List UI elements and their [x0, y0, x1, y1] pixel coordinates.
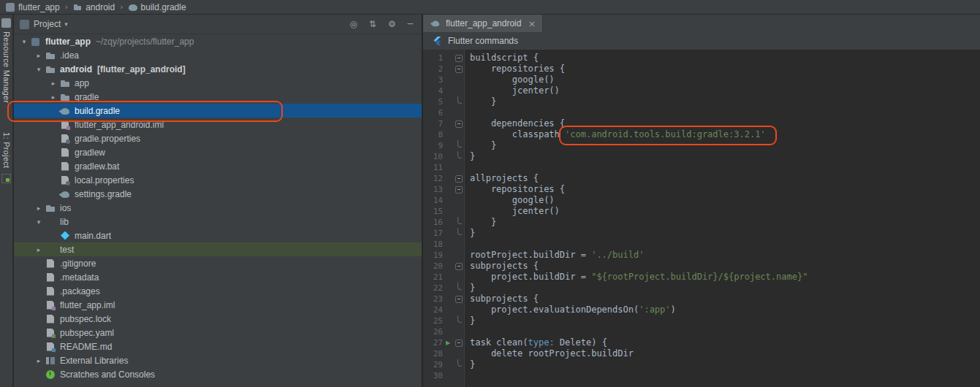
code-line-5[interactable]: 5 } [423, 96, 980, 107]
code-line-10[interactable]: 10} [423, 151, 980, 162]
fold-icon[interactable] [453, 173, 465, 184]
code-line-17[interactable]: 17} [423, 228, 980, 239]
folder-blue-icon [45, 216, 56, 228]
chevron-right-icon[interactable]: ▸ [33, 52, 45, 59]
code-line-7[interactable]: 7 dependencies { [423, 118, 980, 129]
tree-item-test[interactable]: ▸test [14, 242, 422, 256]
code-line-24[interactable]: 24 project.evaluationDependsOn(':app') [423, 304, 980, 315]
tree-item-local-properties[interactable]: local.properties [14, 173, 422, 187]
tree-item-flutter-app-iml[interactable]: flutter_app.iml [14, 298, 422, 312]
stripe-button-project[interactable]: 1: Project [2, 132, 11, 168]
code-line-11[interactable]: 11 [423, 162, 980, 173]
code-line-2[interactable]: 2 repositories { [423, 64, 980, 74]
code-line-23[interactable]: 23subprojects { [423, 294, 980, 304]
code-line-14[interactable]: 14 google() [423, 195, 980, 206]
tree-item-external-libraries[interactable]: ▸External Libraries [14, 353, 422, 367]
code-text: project.buildDir = "${rootProject.buildD… [465, 272, 808, 283]
chevron-down-icon[interactable]: ▾ [18, 38, 30, 45]
tree-item-metadata[interactable]: .metadata [14, 270, 422, 284]
code-line-4[interactable]: 4 jcenter() [423, 85, 980, 96]
tree-item-flutter-app[interactable]: ▾flutter_app~/zqy/projects/flutter_app [14, 34, 422, 48]
tree-item-settings-gradle[interactable]: settings.gradle [14, 187, 422, 201]
tree-item-gradlew[interactable]: gradlew [14, 145, 422, 159]
code-line-8[interactable]: 8 classpath 'com.android.tools.build:gra… [423, 129, 980, 140]
project-tool-window-icon[interactable] [1, 174, 11, 183]
code-line-1[interactable]: 1buildscript { [423, 53, 980, 64]
code-editor[interactable]: 1buildscript {2 repositories {3 google()… [423, 50, 980, 387]
gradle-icon [430, 18, 441, 28]
tree-item-scratches-and-consoles[interactable]: Scratches and Consoles [14, 367, 422, 381]
code-line-29[interactable]: 29} [423, 359, 980, 370]
tree-item-gradle-properties[interactable]: gradle.properties [14, 131, 422, 145]
fold-icon[interactable] [453, 337, 465, 348]
chevron-right-icon[interactable]: ▸ [33, 246, 45, 253]
line-number: 22 [423, 283, 443, 294]
code-line-15[interactable]: 15 jcenter() [423, 206, 980, 217]
code-line-28[interactable]: 28 delete rootProject.buildDir [423, 348, 980, 359]
run-icon[interactable]: ▶ [443, 337, 453, 348]
flutter-icon [432, 36, 442, 46]
collapse-all-icon[interactable]: ⇅ [369, 19, 376, 29]
tree-item-gitignore[interactable]: .gitignore [14, 256, 422, 270]
breadcrumb-item-flutter-app[interactable]: flutter_app [6, 2, 60, 12]
fold-icon[interactable] [453, 184, 465, 195]
tree-item-readme-md[interactable]: README.md [14, 340, 422, 353]
stripe-button-resource-manager[interactable]: Resource Manager [2, 31, 11, 103]
fold-icon[interactable] [453, 64, 465, 74]
chevron-right-icon[interactable]: ▸ [33, 204, 45, 212]
breadcrumb-label: android [86, 2, 115, 12]
code-line-16[interactable]: 16 } [423, 217, 980, 228]
file-icon [45, 313, 56, 325]
tree-item-gradle[interactable]: ▸gradle [14, 90, 422, 104]
tree-item-packages[interactable]: .packages [14, 284, 422, 298]
chevron-down-icon[interactable]: ▾ [33, 66, 45, 73]
code-line-18[interactable]: 18 [423, 239, 980, 250]
hide-panel-icon[interactable]: ─ [408, 19, 413, 29]
breadcrumb-item-android[interactable]: android [73, 2, 115, 12]
fold-icon[interactable] [453, 118, 465, 129]
chevron-down-icon[interactable]: ▾ [64, 20, 68, 28]
tree-item-flutter-app-android-iml[interactable]: flutter_app_android.iml [14, 118, 422, 131]
code-text: google() [465, 195, 555, 206]
chevron-right-icon[interactable]: ▸ [48, 80, 59, 87]
chevron-down-icon[interactable]: ▾ [33, 218, 45, 226]
fold-end-icon [453, 283, 465, 294]
tree-item-idea[interactable]: ▸.idea [14, 48, 422, 62]
close-icon[interactable]: × [528, 18, 536, 29]
code-line-20[interactable]: 20subprojects { [423, 261, 980, 272]
tree-item-app[interactable]: ▸app [14, 76, 422, 90]
code-line-21[interactable]: 21 project.buildDir = "${rootProject.bui… [423, 272, 980, 283]
fold-icon[interactable] [453, 53, 465, 64]
gutter-spacer [453, 129, 465, 140]
line-number: 3 [423, 74, 443, 85]
locate-file-icon[interactable]: ◎ [349, 19, 357, 29]
code-line-27[interactable]: 27▶task clean(type: Delete) { [423, 337, 980, 348]
project-view-selector[interactable]: Project [34, 19, 61, 29]
chevron-right-icon[interactable]: ▸ [33, 357, 45, 364]
code-line-6[interactable]: 6 [423, 107, 980, 118]
resource-manager-icon[interactable] [1, 18, 11, 28]
tree-item-build-gradle[interactable]: build.gradle [14, 104, 422, 118]
editor-tab-flutter-app-android[interactable]: flutter_app_android × [423, 15, 543, 32]
code-line-3[interactable]: 3 google() [423, 74, 980, 85]
tree-item-ios[interactable]: ▸ios [14, 201, 422, 215]
code-line-30[interactable]: 30 [423, 370, 980, 381]
code-line-26[interactable]: 26 [423, 326, 980, 337]
tree-item-android[interactable]: ▾android[flutter_app_android] [14, 62, 422, 76]
tree-item-lib[interactable]: ▾lib [14, 215, 422, 229]
tree-item-pubspec-lock[interactable]: pubspec.lock [14, 312, 422, 326]
fold-icon[interactable] [453, 294, 465, 304]
breadcrumb-item-build-gradle[interactable]: build.gradle [129, 2, 186, 12]
gear-icon[interactable]: ⚙ [388, 19, 396, 29]
code-line-22[interactable]: 22} [423, 283, 980, 294]
tree-item-pubspec-yaml[interactable]: pubspec.yaml [14, 326, 422, 340]
code-line-25[interactable]: 25} [423, 315, 980, 326]
code-line-19[interactable]: 19rootProject.buildDir = '../build' [423, 250, 980, 261]
tree-item-gradlew-bat[interactable]: gradlew.bat [14, 159, 422, 173]
fold-icon[interactable] [453, 261, 465, 272]
code-line-12[interactable]: 12allprojects { [423, 173, 980, 184]
code-line-9[interactable]: 9 } [423, 140, 980, 151]
chevron-right-icon[interactable]: ▸ [48, 93, 59, 101]
tree-item-main-dart[interactable]: main.dart [14, 229, 422, 242]
code-line-13[interactable]: 13 repositories { [423, 184, 980, 195]
